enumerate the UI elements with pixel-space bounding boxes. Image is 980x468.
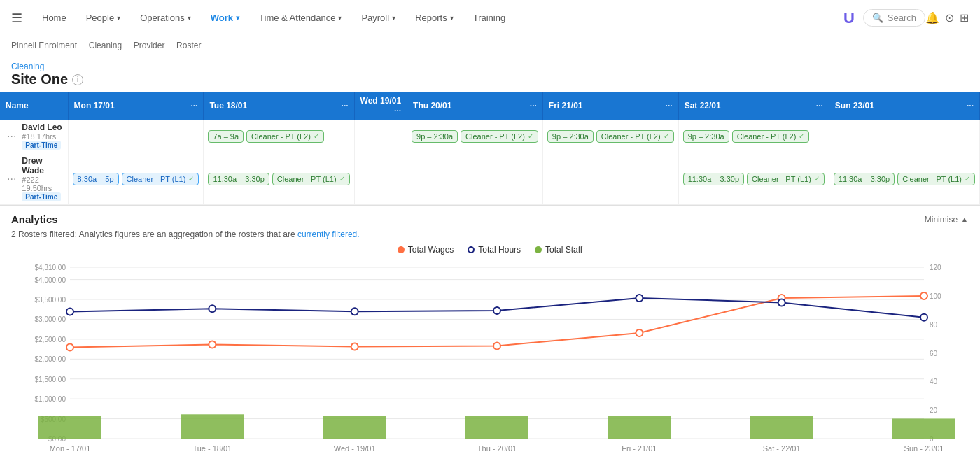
- svg-text:Fri - 21/01: Fri - 21/01: [622, 444, 657, 453]
- search-icon: 🔍: [872, 13, 883, 23]
- nav-training[interactable]: Training: [465, 8, 514, 27]
- svg-point-40: [920, 292, 927, 299]
- col-dots-1[interactable]: ···: [190, 101, 197, 111]
- svg-text:Sun - 23/01: Sun - 23/01: [904, 444, 944, 453]
- employee-name-cell-0: ··· David Leo #18 17hrs Part-Time: [0, 120, 68, 153]
- shift-role-0-4[interactable]: Cleaner - PT (L2) ✓: [596, 130, 674, 143]
- info-icon[interactable]: i: [72, 74, 83, 85]
- shift-time-1-0[interactable]: 8:30a – 5p: [73, 173, 119, 185]
- chevron-up-icon: ▲: [960, 215, 969, 225]
- svg-rect-27: [38, 416, 102, 439]
- nav-home[interactable]: Home: [34, 8, 75, 27]
- analytics-header: Analytics Minimise ▲: [0, 205, 980, 228]
- chart-container: $0.00$500.00$1,000.00$1,500.00$2,000.00$…: [0, 260, 980, 468]
- svg-text:$1,500.00: $1,500.00: [35, 376, 66, 383]
- shift-cell-1-5: 11:30a – 3:30p Cleaner - PT (L1) ✓: [678, 153, 829, 205]
- shift-role-1-1[interactable]: Cleaner - PT (L1) ✓: [272, 173, 350, 185]
- shift-role-0-5[interactable]: Cleaner - PT (L2) ✓: [732, 130, 810, 143]
- shift-cell-0-2: [354, 120, 407, 153]
- shift-cell-0-5: 9p – 2:30a Cleaner - PT (L2) ✓: [678, 120, 829, 153]
- shift-role-0-3[interactable]: Cleaner - PT (L2) ✓: [461, 130, 538, 143]
- shift-cell-1-2: [354, 153, 407, 205]
- time-caret-icon: ▾: [338, 14, 342, 22]
- table-row: ··· Drew Wade #222 19.50hrs Part-Time 8:…: [0, 153, 980, 205]
- nav-reports[interactable]: Reports ▾: [407, 8, 462, 27]
- svg-text:60: 60: [930, 350, 938, 357]
- svg-text:$1,000.00: $1,000.00: [35, 395, 66, 403]
- col-dots-7[interactable]: ···: [967, 101, 974, 111]
- filter-link[interactable]: currently filtered.: [298, 229, 360, 239]
- shift-role-0-1[interactable]: Cleaner - PT (L2) ✓: [246, 130, 324, 143]
- shift-role-1-6[interactable]: Cleaner - PT (L1) ✓: [897, 173, 975, 185]
- col-dots-5[interactable]: ···: [666, 101, 673, 111]
- shift-time-0-4[interactable]: 9p – 2:30a: [547, 130, 594, 143]
- svg-rect-33: [892, 418, 955, 439]
- employee-meta-1: #222 19.50hrs Part-Time: [22, 176, 63, 201]
- filter-bar-text: Pinnell Enrolment Cleaning Provider Rost…: [11, 41, 356, 50]
- operations-caret-icon: ▾: [188, 14, 191, 22]
- svg-rect-32: [750, 416, 813, 439]
- col-header-5: Fri 21/01···: [542, 92, 678, 120]
- legend-item-0: Total Wages: [398, 245, 454, 255]
- shift-cell-1-0: 8:30a – 5p Cleaner - PT (L1) ✓: [68, 153, 204, 205]
- payroll-caret-icon: ▾: [392, 14, 396, 22]
- row-dots-1[interactable]: ···: [4, 173, 19, 185]
- shift-cell-1-6: 11:30a – 3:30p Cleaner - PT (L1) ✓: [829, 153, 979, 205]
- col-dots-4[interactable]: ···: [530, 101, 537, 111]
- svg-text:$2,500.00: $2,500.00: [35, 336, 66, 343]
- help-icon[interactable]: ⊙: [945, 11, 954, 24]
- shift-time-0-5[interactable]: 9p – 2:30a: [683, 130, 729, 143]
- minimise-button[interactable]: Minimise ▲: [925, 215, 969, 225]
- col-dots-6[interactable]: ···: [816, 101, 823, 111]
- col-header-4: Thu 20/01···: [407, 92, 543, 120]
- apps-icon[interactable]: ⊞: [960, 11, 969, 24]
- svg-text:100: 100: [930, 292, 941, 300]
- analytics-title: Analytics: [11, 213, 58, 225]
- svg-point-38: [636, 329, 643, 336]
- work-caret-icon: ▾: [236, 14, 239, 22]
- shift-time-0-1[interactable]: 7a – 9a: [208, 130, 244, 143]
- col-dots-2[interactable]: ···: [342, 101, 349, 111]
- shift-role-1-0[interactable]: Cleaner - PT (L1) ✓: [122, 173, 200, 185]
- row-dots-0[interactable]: ···: [4, 130, 19, 143]
- search-box[interactable]: 🔍 Search: [863, 9, 925, 27]
- legend-label-2: Total Staff: [545, 245, 582, 255]
- analytics-subtitle: 2 Rosters filtered: Analytics figures ar…: [0, 228, 980, 245]
- shift-role-1-5[interactable]: Cleaner - PT (L1) ✓: [747, 173, 825, 185]
- nav-work[interactable]: Work ▾: [202, 8, 248, 27]
- svg-text:40: 40: [930, 378, 938, 385]
- svg-text:Mon - 17/01: Mon - 17/01: [50, 444, 91, 453]
- svg-point-47: [920, 314, 927, 321]
- svg-text:Thu - 20/01: Thu - 20/01: [477, 444, 517, 453]
- roster-table-container: NameMon 17/01···Tue 18/01···Wed 19/01···…: [0, 92, 980, 205]
- notification-icon[interactable]: 🔔: [925, 11, 939, 24]
- shift-cell-0-0: [68, 120, 204, 153]
- svg-text:$3,500.00: $3,500.00: [35, 296, 66, 304]
- svg-text:80: 80: [930, 321, 938, 329]
- breadcrumb-link[interactable]: Cleaning: [11, 62, 44, 71]
- nav-payroll[interactable]: Payroll ▾: [353, 8, 404, 27]
- shift-time-1-5[interactable]: 11:30a – 3:30p: [683, 173, 744, 185]
- shift-cell-0-1: 7a – 9a Cleaner - PT (L2) ✓: [204, 120, 354, 153]
- nav-people[interactable]: People ▾: [78, 8, 129, 27]
- site-header: Cleaning Site One i: [0, 55, 980, 92]
- svg-text:Sat - 22/01: Sat - 22/01: [763, 444, 801, 453]
- svg-text:$4,310.00: $4,310.00: [35, 264, 66, 271]
- hamburger-icon[interactable]: ☰: [11, 10, 22, 26]
- search-placeholder: Search: [888, 13, 916, 23]
- nav-operations[interactable]: Operations ▾: [132, 8, 200, 27]
- shift-time-1-6[interactable]: 11:30a – 3:30p: [834, 173, 895, 185]
- shift-time-1-1[interactable]: 11:30a – 3:30p: [208, 173, 269, 185]
- svg-text:Wed - 19/01: Wed - 19/01: [334, 444, 376, 453]
- svg-text:$2,000.00: $2,000.00: [35, 355, 66, 363]
- col-dots-3[interactable]: ···: [394, 106, 401, 115]
- col-header-6: Sat 22/01···: [678, 92, 829, 120]
- svg-point-44: [493, 307, 500, 314]
- nav-time-attendance[interactable]: Time & Attendance ▾: [251, 8, 350, 27]
- svg-rect-31: [608, 416, 671, 439]
- shift-cell-0-6: [829, 120, 979, 153]
- reports-caret-icon: ▾: [450, 14, 454, 22]
- main-content: Pinnell Enrolment Cleaning Provider Rost…: [0, 36, 980, 468]
- nav-icon-group: 🔔 ⊙ ⊞: [925, 11, 969, 24]
- shift-time-0-3[interactable]: 9p – 2:30a: [412, 130, 458, 143]
